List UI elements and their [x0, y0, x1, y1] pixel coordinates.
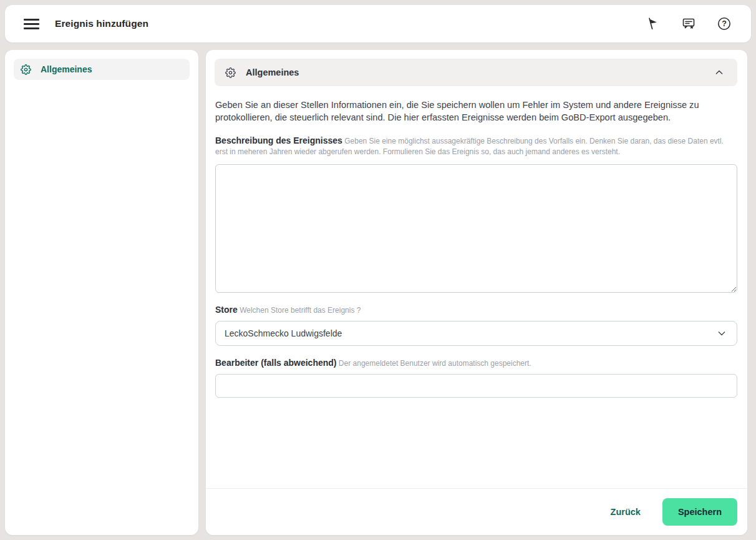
- description-label: Beschreibung des Ereignisses: [215, 135, 342, 145]
- sidebar: Allgemeines: [5, 50, 198, 535]
- save-button[interactable]: Speichern: [662, 498, 737, 526]
- store-label: Store: [215, 305, 238, 315]
- store-select[interactable]: LeckoSchmecko Ludwigsfelde: [215, 321, 737, 346]
- back-button[interactable]: Zurück: [611, 507, 641, 517]
- section-header-allgemeines[interactable]: Allgemeines: [215, 59, 737, 86]
- hamburger-menu-icon[interactable]: [24, 19, 39, 29]
- description-textarea[interactable]: [215, 164, 737, 293]
- app-header: Ereignis hinzufügen ?: [5, 5, 751, 42]
- section-title: Allgemeines: [246, 67, 299, 77]
- editor-label-row: Bearbeiter (falls abweichend) Der angeme…: [215, 358, 737, 369]
- section-intro-text: Geben Sie an dieser Stellen Informatione…: [215, 99, 737, 124]
- store-select-value: LeckoSchmecko Ludwigsfelde: [225, 328, 342, 338]
- editor-label: Bearbeiter (falls abweichend): [215, 358, 337, 368]
- gear-icon: [225, 67, 236, 78]
- gear-icon: [21, 64, 31, 75]
- svg-text:?: ?: [722, 19, 727, 28]
- sidebar-item-allgemeines[interactable]: Allgemeines: [14, 59, 190, 80]
- flag-icon[interactable]: [645, 16, 661, 32]
- chevron-up-icon[interactable]: [712, 65, 727, 80]
- page-title: Ereignis hinzufügen: [55, 18, 148, 29]
- editor-input[interactable]: [215, 374, 737, 398]
- description-label-row: Beschreibung des Ereignisses Geben Sie e…: [215, 135, 737, 157]
- store-label-row: Store Welchen Store betrifft das Ereigni…: [215, 305, 737, 316]
- form-footer: Zurück Speichern: [206, 488, 747, 535]
- sidebar-item-label: Allgemeines: [41, 64, 92, 74]
- chevron-down-icon: [715, 327, 728, 340]
- main-panel: Allgemeines Geben Sie an dieser Stellen …: [206, 50, 747, 535]
- help-circle-icon[interactable]: ?: [716, 16, 732, 32]
- store-hint: Welchen Store betrifft das Ereignis ?: [240, 306, 361, 315]
- header-actions: ?: [645, 16, 732, 32]
- editor-hint: Der angemeldetet Benutzer wird automatis…: [339, 359, 531, 368]
- feedback-message-star-icon[interactable]: [681, 16, 697, 32]
